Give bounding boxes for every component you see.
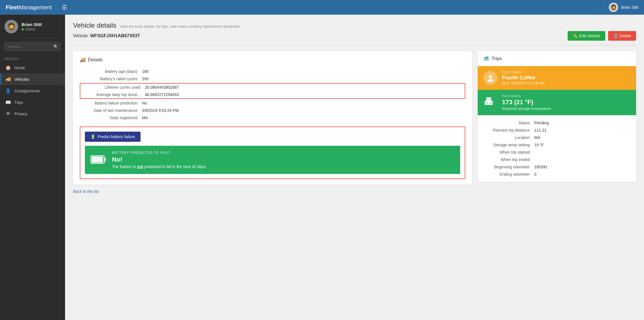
detail-label: Date of last maintenance — [80, 108, 142, 113]
trips-icon: 📖 — [5, 100, 11, 105]
sidebar-section-label: HEADER — [0, 54, 65, 62]
sidebar-user-name: Brian Stitt — [21, 22, 42, 27]
trip-detail-end-odometer: Ending odometer 0 — [483, 171, 630, 178]
hamburger-menu[interactable]: ☰ — [62, 4, 67, 11]
sidebar: 🧔 Brian Stitt Online 🔍 HEADER 🏠 Home 🚚 V… — [0, 15, 65, 320]
sidebar-item-label-privacy: Privacy — [14, 112, 27, 116]
trip-detail-distance: Planned trip distance 111.31 — [483, 127, 630, 134]
detail-value: 180 — [142, 69, 148, 74]
sidebar-item-label-trips: Trips — [14, 100, 23, 105]
privacy-icon: 👁 — [5, 111, 11, 116]
truck-icon: 🚚 — [80, 57, 86, 63]
trip-detail-status: Status Pending — [483, 119, 630, 127]
svg-rect-7 — [486, 97, 491, 101]
detail-value: No — [142, 101, 147, 105]
online-dot — [21, 28, 24, 31]
action-buttons: ✏️ Edit Vehicle 🗑️ Delete — [568, 31, 636, 41]
sidebar-user-status: Online — [21, 27, 42, 31]
battery-icon: 🔋 — [91, 134, 95, 139]
detail-row-last-maintenance: Date of last maintenance 3/8/2019 9:03:2… — [80, 107, 465, 114]
edit-vehicle-button[interactable]: ✏️ Edit Vehicle — [568, 31, 605, 41]
packages-info: PACKAGES 173 (21 °F) Required storage te… — [502, 94, 551, 111]
customer-section-label: CUSTOMER — [502, 71, 544, 74]
sidebar-item-label-vehicles: Vehicles — [14, 77, 29, 82]
packages-banner: PACKAGES 173 (21 °F) Required storage te… — [478, 90, 636, 115]
prediction-not: not — [137, 164, 143, 169]
prediction-detail: The battery is not predicted to fail in … — [112, 164, 207, 169]
detail-label: Average daily trip durat... — [83, 92, 145, 97]
battery-result-icon — [91, 154, 106, 166]
detail-label: State registered — [80, 116, 142, 120]
vehicle-id-label: Vehicle: WFSGFJXH1AB67X93T — [73, 33, 140, 38]
customer-info: CUSTOMER Fourth Coffee DUE: 9/10/2019 4:… — [502, 71, 544, 85]
details-card-title: 🚚 Details — [80, 57, 465, 63]
trip-detail-begin-odometer: Beginning odometer 180391 — [483, 163, 630, 171]
trip-detail-trip-started: When trip started — [483, 149, 630, 156]
app-brand: FleetManagement — [6, 4, 52, 11]
sidebar-item-privacy[interactable]: 👁 Privacy — [0, 108, 65, 119]
packages-section-label: PACKAGES — [502, 94, 551, 98]
trip-detail-trip-ended: When trip ended — [483, 156, 630, 163]
trips-card-header: 🗺️ Trips — [478, 51, 636, 66]
svg-rect-2 — [104, 158, 106, 161]
home-icon: 🏠 — [5, 65, 11, 70]
detail-row-state-registered: State registered MA — [80, 114, 465, 121]
sidebar-item-vehicles[interactable]: 🚚 Vehicles — [0, 73, 65, 85]
customer-banner: CUSTOMER Fourth Coffee DUE: 9/10/2019 4:… — [478, 66, 636, 90]
detail-value: 26.0804443802687 — [145, 85, 179, 90]
details-card: 🚚 Details Battery age (days) 180 Battery… — [73, 51, 472, 185]
detail-row-battery-age: Battery age (days) 180 — [80, 68, 465, 75]
back-to-list-link[interactable]: Back to the list — [73, 189, 99, 194]
sidebar-user-avatar: 🧔 — [5, 20, 18, 33]
detail-value: 3/8/2019 9:03:29 PM — [142, 108, 179, 113]
sidebar-item-consignments[interactable]: 👤 Consignments — [0, 85, 65, 97]
vehicles-icon: 🚚 — [5, 77, 11, 82]
sidebar-search-section: 🔍 — [0, 39, 65, 54]
map-icon: 🗺️ — [483, 56, 489, 62]
svg-point-4 — [488, 79, 493, 82]
prediction-answer: No! — [112, 156, 207, 163]
consignments-icon: 👤 — [5, 88, 11, 93]
prediction-result: BATTERY PREDICTED TO FAIL? No! The batte… — [85, 146, 460, 174]
trash-icon: 🗑️ — [613, 34, 618, 38]
detail-label: Lifetime cycles used — [83, 85, 145, 90]
top-user-avatar: 🧔 — [609, 3, 618, 12]
top-navbar: FleetManagement ☰ 🧔 Brian Stitt — [0, 0, 644, 15]
top-user-info: 🧔 Brian Stitt — [609, 3, 638, 12]
highlighted-rows: Lifetime cycles used 26.0804443802687 Av… — [80, 83, 465, 99]
customer-avatar — [483, 71, 497, 85]
predict-section: 🔋 Predict battery failure BATT — [80, 127, 465, 179]
trip-detail-location: Location MA — [483, 134, 630, 141]
trip-details: Status Pending Planned trip distance 111… — [478, 115, 636, 182]
page-title: Vehicle details — [73, 21, 116, 29]
sidebar-user-section: 🧔 Brian Stitt Online — [0, 15, 65, 39]
customer-name: Fourth Coffee — [502, 75, 544, 81]
search-icon: 🔍 — [53, 44, 58, 49]
sidebar-item-label-home: Home — [14, 66, 25, 70]
vehicle-id-value: WFSGFJXH1AB67X93T — [90, 33, 140, 38]
left-column: 🚚 Details Battery age (days) 180 Battery… — [73, 51, 472, 185]
page-subtitle: View the truck details, its trips, and m… — [120, 24, 240, 29]
page-header: Vehicle details View the truck details, … — [73, 21, 636, 45]
packages-count: 173 (21 °F) — [502, 99, 551, 106]
delete-vehicle-button[interactable]: 🗑️ Delete — [608, 31, 636, 41]
detail-label: Battery age (days) — [80, 69, 142, 74]
sidebar-item-home[interactable]: 🏠 Home — [0, 62, 65, 73]
trips-card: 🗺️ Trips CUSTOMER Fourth Coffee DUE: — [478, 51, 636, 182]
search-input[interactable] — [5, 42, 61, 51]
detail-label: Battery's rated cycles — [80, 77, 142, 81]
detail-value: 200 — [142, 77, 148, 81]
sidebar-item-trips[interactable]: 📖 Trips — [0, 97, 65, 108]
edit-icon: ✏️ — [573, 34, 578, 38]
detail-value: 46.6692272294093 — [145, 92, 179, 97]
prediction-text: BATTERY PREDICTED TO FAIL? No! The batte… — [112, 151, 207, 169]
svg-point-3 — [489, 75, 492, 79]
predict-battery-button[interactable]: 🔋 Predict battery failure — [85, 132, 141, 142]
svg-rect-1 — [92, 156, 103, 163]
prediction-label: BATTERY PREDICTED TO FAIL? — [112, 151, 207, 155]
packages-icon — [483, 96, 497, 109]
main-content: Vehicle details View the truck details, … — [65, 15, 644, 320]
detail-label: Battery failure prediction — [80, 101, 142, 105]
customer-due: DUE: 9/10/2019 4:47:29 AM — [502, 81, 544, 85]
detail-row-rated-cycles: Battery's rated cycles 200 — [80, 75, 465, 82]
